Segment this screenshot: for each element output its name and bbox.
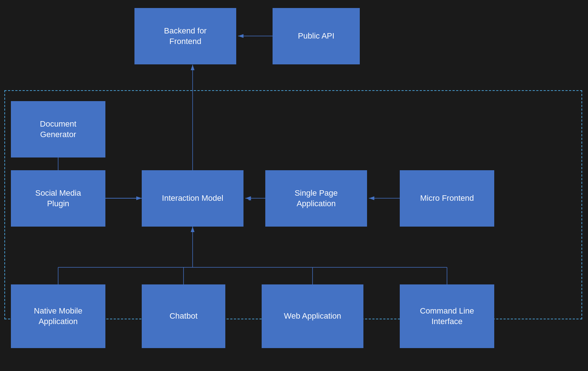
document-generator-box: DocumentGenerator <box>11 101 105 157</box>
single-page-application-box: Single PageApplication <box>265 170 367 227</box>
social-media-plugin-box: Social MediaPlugin <box>11 170 105 227</box>
public-api-box: Public API <box>273 8 360 64</box>
native-mobile-application-box: Native MobileApplication <box>11 284 105 348</box>
micro-frontend-box: Micro Frontend <box>400 170 494 227</box>
diagram-container: Backend forFrontend Public API DocumentG… <box>0 0 588 371</box>
web-application-box: Web Application <box>262 284 363 348</box>
interaction-model-box: Interaction Model <box>142 170 243 227</box>
backend-for-frontend-box: Backend forFrontend <box>134 8 236 64</box>
chatbot-box: Chatbot <box>142 284 225 348</box>
command-line-interface-box: Command LineInterface <box>400 284 494 348</box>
arrow-label-d: d <box>248 196 251 202</box>
